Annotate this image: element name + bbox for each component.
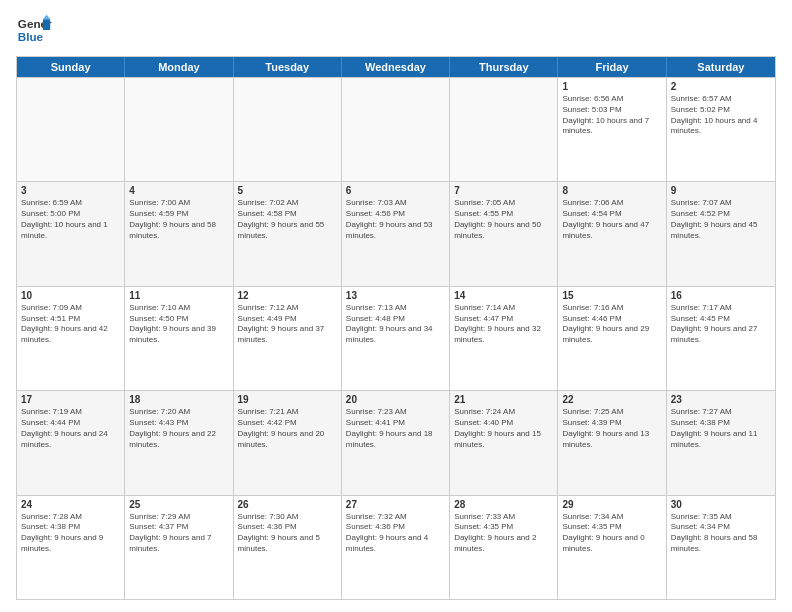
day-details: Sunrise: 7:16 AM Sunset: 4:46 PM Dayligh…: [562, 303, 661, 346]
day-number: 2: [671, 81, 771, 92]
day-cell-9: 9Sunrise: 7:07 AM Sunset: 4:52 PM Daylig…: [667, 182, 775, 285]
day-number: 22: [562, 394, 661, 405]
day-details: Sunrise: 7:32 AM Sunset: 4:36 PM Dayligh…: [346, 512, 445, 555]
day-number: 11: [129, 290, 228, 301]
day-details: Sunrise: 7:14 AM Sunset: 4:47 PM Dayligh…: [454, 303, 553, 346]
day-details: Sunrise: 7:13 AM Sunset: 4:48 PM Dayligh…: [346, 303, 445, 346]
day-cell-8: 8Sunrise: 7:06 AM Sunset: 4:54 PM Daylig…: [558, 182, 666, 285]
day-details: Sunrise: 7:06 AM Sunset: 4:54 PM Dayligh…: [562, 198, 661, 241]
logo-icon: General Blue: [16, 12, 52, 48]
calendar-row-2: 3Sunrise: 6:59 AM Sunset: 5:00 PM Daylig…: [17, 181, 775, 285]
day-cell-22: 22Sunrise: 7:25 AM Sunset: 4:39 PM Dayli…: [558, 391, 666, 494]
calendar-row-3: 10Sunrise: 7:09 AM Sunset: 4:51 PM Dayli…: [17, 286, 775, 390]
weekday-header-friday: Friday: [558, 57, 666, 77]
day-number: 18: [129, 394, 228, 405]
day-cell-13: 13Sunrise: 7:13 AM Sunset: 4:48 PM Dayli…: [342, 287, 450, 390]
day-details: Sunrise: 7:21 AM Sunset: 4:42 PM Dayligh…: [238, 407, 337, 450]
day-number: 26: [238, 499, 337, 510]
day-number: 16: [671, 290, 771, 301]
day-cell-28: 28Sunrise: 7:33 AM Sunset: 4:35 PM Dayli…: [450, 496, 558, 599]
day-cell-3: 3Sunrise: 6:59 AM Sunset: 5:00 PM Daylig…: [17, 182, 125, 285]
day-details: Sunrise: 6:56 AM Sunset: 5:03 PM Dayligh…: [562, 94, 661, 137]
day-cell-4: 4Sunrise: 7:00 AM Sunset: 4:59 PM Daylig…: [125, 182, 233, 285]
day-number: 20: [346, 394, 445, 405]
day-cell-17: 17Sunrise: 7:19 AM Sunset: 4:44 PM Dayli…: [17, 391, 125, 494]
day-cell-19: 19Sunrise: 7:21 AM Sunset: 4:42 PM Dayli…: [234, 391, 342, 494]
day-number: 19: [238, 394, 337, 405]
day-cell-12: 12Sunrise: 7:12 AM Sunset: 4:49 PM Dayli…: [234, 287, 342, 390]
day-details: Sunrise: 7:00 AM Sunset: 4:59 PM Dayligh…: [129, 198, 228, 241]
day-details: Sunrise: 7:25 AM Sunset: 4:39 PM Dayligh…: [562, 407, 661, 450]
day-cell-20: 20Sunrise: 7:23 AM Sunset: 4:41 PM Dayli…: [342, 391, 450, 494]
day-cell-15: 15Sunrise: 7:16 AM Sunset: 4:46 PM Dayli…: [558, 287, 666, 390]
day-number: 13: [346, 290, 445, 301]
day-cell-16: 16Sunrise: 7:17 AM Sunset: 4:45 PM Dayli…: [667, 287, 775, 390]
logo: General Blue: [16, 12, 52, 48]
day-cell-18: 18Sunrise: 7:20 AM Sunset: 4:43 PM Dayli…: [125, 391, 233, 494]
day-details: Sunrise: 7:07 AM Sunset: 4:52 PM Dayligh…: [671, 198, 771, 241]
day-details: Sunrise: 7:05 AM Sunset: 4:55 PM Dayligh…: [454, 198, 553, 241]
day-details: Sunrise: 7:17 AM Sunset: 4:45 PM Dayligh…: [671, 303, 771, 346]
day-cell-7: 7Sunrise: 7:05 AM Sunset: 4:55 PM Daylig…: [450, 182, 558, 285]
day-number: 27: [346, 499, 445, 510]
day-cell-14: 14Sunrise: 7:14 AM Sunset: 4:47 PM Dayli…: [450, 287, 558, 390]
calendar-row-4: 17Sunrise: 7:19 AM Sunset: 4:44 PM Dayli…: [17, 390, 775, 494]
day-number: 29: [562, 499, 661, 510]
day-number: 7: [454, 185, 553, 196]
day-details: Sunrise: 7:19 AM Sunset: 4:44 PM Dayligh…: [21, 407, 120, 450]
empty-cell-r0c0: [17, 78, 125, 181]
day-cell-30: 30Sunrise: 7:35 AM Sunset: 4:34 PM Dayli…: [667, 496, 775, 599]
day-details: Sunrise: 7:28 AM Sunset: 4:38 PM Dayligh…: [21, 512, 120, 555]
day-number: 23: [671, 394, 771, 405]
empty-cell-r0c1: [125, 78, 233, 181]
day-number: 8: [562, 185, 661, 196]
day-number: 21: [454, 394, 553, 405]
weekday-header-sunday: Sunday: [17, 57, 125, 77]
day-cell-5: 5Sunrise: 7:02 AM Sunset: 4:58 PM Daylig…: [234, 182, 342, 285]
day-cell-1: 1Sunrise: 6:56 AM Sunset: 5:03 PM Daylig…: [558, 78, 666, 181]
day-number: 9: [671, 185, 771, 196]
weekday-header-tuesday: Tuesday: [234, 57, 342, 77]
day-cell-23: 23Sunrise: 7:27 AM Sunset: 4:38 PM Dayli…: [667, 391, 775, 494]
day-cell-26: 26Sunrise: 7:30 AM Sunset: 4:36 PM Dayli…: [234, 496, 342, 599]
day-number: 25: [129, 499, 228, 510]
day-number: 30: [671, 499, 771, 510]
calendar-header-row: SundayMondayTuesdayWednesdayThursdayFrid…: [17, 57, 775, 77]
day-cell-24: 24Sunrise: 7:28 AM Sunset: 4:38 PM Dayli…: [17, 496, 125, 599]
day-cell-27: 27Sunrise: 7:32 AM Sunset: 4:36 PM Dayli…: [342, 496, 450, 599]
day-number: 6: [346, 185, 445, 196]
day-details: Sunrise: 7:24 AM Sunset: 4:40 PM Dayligh…: [454, 407, 553, 450]
day-details: Sunrise: 7:12 AM Sunset: 4:49 PM Dayligh…: [238, 303, 337, 346]
day-details: Sunrise: 7:03 AM Sunset: 4:56 PM Dayligh…: [346, 198, 445, 241]
calendar: SundayMondayTuesdayWednesdayThursdayFrid…: [16, 56, 776, 600]
day-cell-25: 25Sunrise: 7:29 AM Sunset: 4:37 PM Dayli…: [125, 496, 233, 599]
weekday-header-thursday: Thursday: [450, 57, 558, 77]
day-details: Sunrise: 6:57 AM Sunset: 5:02 PM Dayligh…: [671, 94, 771, 137]
weekday-header-wednesday: Wednesday: [342, 57, 450, 77]
day-details: Sunrise: 7:27 AM Sunset: 4:38 PM Dayligh…: [671, 407, 771, 450]
day-number: 3: [21, 185, 120, 196]
day-details: Sunrise: 7:02 AM Sunset: 4:58 PM Dayligh…: [238, 198, 337, 241]
day-details: Sunrise: 7:23 AM Sunset: 4:41 PM Dayligh…: [346, 407, 445, 450]
day-details: Sunrise: 7:35 AM Sunset: 4:34 PM Dayligh…: [671, 512, 771, 555]
day-details: Sunrise: 7:30 AM Sunset: 4:36 PM Dayligh…: [238, 512, 337, 555]
day-number: 24: [21, 499, 120, 510]
day-cell-11: 11Sunrise: 7:10 AM Sunset: 4:50 PM Dayli…: [125, 287, 233, 390]
svg-marker-2: [43, 19, 50, 30]
day-number: 4: [129, 185, 228, 196]
day-details: Sunrise: 7:34 AM Sunset: 4:35 PM Dayligh…: [562, 512, 661, 555]
day-number: 5: [238, 185, 337, 196]
day-cell-21: 21Sunrise: 7:24 AM Sunset: 4:40 PM Dayli…: [450, 391, 558, 494]
weekday-header-saturday: Saturday: [667, 57, 775, 77]
day-cell-2: 2Sunrise: 6:57 AM Sunset: 5:02 PM Daylig…: [667, 78, 775, 181]
day-number: 15: [562, 290, 661, 301]
day-cell-6: 6Sunrise: 7:03 AM Sunset: 4:56 PM Daylig…: [342, 182, 450, 285]
day-details: Sunrise: 7:29 AM Sunset: 4:37 PM Dayligh…: [129, 512, 228, 555]
day-cell-29: 29Sunrise: 7:34 AM Sunset: 4:35 PM Dayli…: [558, 496, 666, 599]
empty-cell-r0c2: [234, 78, 342, 181]
empty-cell-r0c4: [450, 78, 558, 181]
page-header: General Blue: [16, 12, 776, 48]
empty-cell-r0c3: [342, 78, 450, 181]
calendar-row-5: 24Sunrise: 7:28 AM Sunset: 4:38 PM Dayli…: [17, 495, 775, 599]
day-cell-10: 10Sunrise: 7:09 AM Sunset: 4:51 PM Dayli…: [17, 287, 125, 390]
